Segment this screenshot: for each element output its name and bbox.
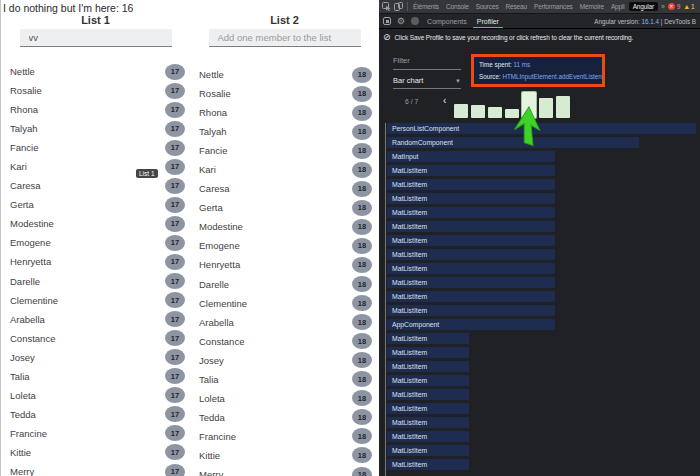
list-item[interactable]: Henryetta 18 xyxy=(190,255,379,274)
component-timing-bar[interactable]: MatListItem xyxy=(387,445,469,456)
list-item[interactable]: Kittie 18 xyxy=(190,446,379,465)
component-timing-bar[interactable]: MatListItem xyxy=(387,291,555,302)
list-item[interactable]: Caresa 18 xyxy=(190,179,379,198)
list-item[interactable]: Rhona 18 xyxy=(190,103,379,122)
list-item[interactable]: Kittie 17 xyxy=(1,443,190,462)
list-item[interactable]: Talyah 17 xyxy=(1,119,190,138)
component-timing-bar[interactable]: MatListItem xyxy=(387,417,469,428)
frame-bar-2[interactable] xyxy=(471,105,485,118)
list-item[interactable]: Tedda 17 xyxy=(1,405,190,424)
list-item[interactable]: Arabella 17 xyxy=(1,310,190,329)
record-slash-icon[interactable]: ⊘ xyxy=(383,33,390,42)
tab-performances[interactable]: Performances xyxy=(533,3,574,10)
list-item[interactable]: Constance 18 xyxy=(190,332,379,351)
device-toolbar-icon[interactable] xyxy=(394,2,403,11)
list-item[interactable]: Loleta 17 xyxy=(1,386,190,405)
tab-profiler[interactable]: Profiler xyxy=(475,18,501,25)
list-item[interactable]: Kari 18 xyxy=(190,160,379,179)
gear-icon[interactable]: ⚙ xyxy=(397,17,405,26)
component-timing-bar[interactable]: MatListItem xyxy=(387,249,555,260)
list-item[interactable]: Nettle 18 xyxy=(190,65,379,84)
list-item[interactable]: Gerta 18 xyxy=(190,198,379,217)
component-timing-bar[interactable]: MatListItem xyxy=(387,193,555,204)
tab-sources[interactable]: Sources xyxy=(475,3,500,10)
more-tabs-chevron[interactable]: » xyxy=(661,3,665,10)
list-item[interactable]: Nettle 17 xyxy=(1,62,190,81)
frame-bar-3[interactable] xyxy=(488,107,502,118)
list-item[interactable]: Clementine 17 xyxy=(1,291,190,310)
list-item[interactable]: Emogene 18 xyxy=(190,236,379,255)
list-item[interactable]: Loleta 18 xyxy=(190,389,379,408)
component-timing-bar[interactable]: MatListItem xyxy=(387,431,469,442)
tab-mémoire[interactable]: Mémoire xyxy=(579,3,605,10)
component-timing-bar[interactable]: MatListItem xyxy=(387,305,555,316)
list2-input[interactable] xyxy=(209,29,361,47)
list-item[interactable]: Gerta 17 xyxy=(1,195,190,214)
list-item[interactable]: Merry 17 xyxy=(1,462,190,476)
list-item[interactable]: Merry 18 xyxy=(190,465,379,476)
list-item[interactable]: Darelle 18 xyxy=(190,275,379,294)
list-item[interactable]: Talia 17 xyxy=(1,367,190,386)
list-item[interactable]: Darelle 17 xyxy=(1,272,190,291)
member-badge: 18 xyxy=(352,467,372,476)
source-value[interactable]: HTMLInputElement.addEventListener:keydow… xyxy=(502,73,605,80)
component-timing-bar[interactable]: MatListItem xyxy=(387,263,555,274)
list-item[interactable]: Francine 18 xyxy=(190,427,379,446)
list-item[interactable]: Rhona 17 xyxy=(1,100,190,119)
tab-components[interactable]: Components xyxy=(425,18,469,25)
inspect-element-icon[interactable] xyxy=(382,2,391,11)
component-timing-bar[interactable]: MatListItem xyxy=(387,207,555,218)
extension-frame-icon[interactable] xyxy=(383,17,391,25)
component-timing-bar[interactable]: MatListItem xyxy=(387,459,469,470)
chevron-down-icon: ▼ xyxy=(455,78,461,84)
component-timing-bar[interactable]: MatListItem xyxy=(387,361,469,372)
list-item[interactable]: Constance 17 xyxy=(1,329,190,348)
angular-version-text: Angular version: 16.1.4 | DevTools B xyxy=(594,18,696,25)
list-scrollbar[interactable] xyxy=(385,123,386,476)
list1-input[interactable] xyxy=(20,29,172,47)
member-name: Fancie xyxy=(10,142,39,153)
filter-input[interactable]: Filter xyxy=(393,56,461,70)
list-item[interactable]: Clementine 18 xyxy=(190,294,379,313)
list-item[interactable]: Arabella 18 xyxy=(190,313,379,332)
console-error-badge[interactable]: ✕ 9 xyxy=(668,3,680,10)
prev-frame-chevron[interactable]: ‹ xyxy=(443,95,446,106)
component-timing-bar[interactable]: MatInput xyxy=(387,151,555,162)
component-timing-bar[interactable]: MatListItem xyxy=(387,179,555,190)
list-item[interactable]: Rosalie 17 xyxy=(1,81,190,100)
tab-réseau[interactable]: Réseau xyxy=(505,3,529,10)
frame-bar-1[interactable] xyxy=(454,104,468,118)
list-item[interactable]: Kari 17 xyxy=(1,157,190,176)
component-timing-bar[interactable]: AppComponent xyxy=(387,319,555,330)
component-timing-bar[interactable]: MatListItem xyxy=(387,333,469,344)
list-item[interactable]: Josey 18 xyxy=(190,351,379,370)
frame-bar-7[interactable] xyxy=(556,96,570,118)
list-item[interactable]: Fancie 17 xyxy=(1,138,190,157)
component-timing-bar[interactable]: MatListItem xyxy=(387,347,469,358)
console-warning-badge[interactable]: ▲ 1 xyxy=(683,3,694,10)
list-item[interactable]: Emogene 17 xyxy=(1,233,190,252)
component-timing-bar[interactable]: MatListItem xyxy=(387,375,469,386)
list-item[interactable]: Josey 17 xyxy=(1,348,190,367)
component-timing-bar[interactable]: MatListItem xyxy=(387,389,469,400)
list-item[interactable]: Caresa 17 xyxy=(1,176,190,195)
tab-angular[interactable]: Angular xyxy=(629,2,658,11)
list-item[interactable]: Tedda 18 xyxy=(190,408,379,427)
list-item[interactable]: Modestine 17 xyxy=(1,214,190,233)
component-timing-bar[interactable]: MatListItem xyxy=(387,277,555,288)
list-item[interactable]: Henryetta 17 xyxy=(1,252,190,271)
tab-appli[interactable]: Appli xyxy=(610,3,626,10)
list-item[interactable]: Rosalie 18 xyxy=(190,84,379,103)
tab-éléments[interactable]: Éléments xyxy=(412,3,440,10)
list-item[interactable]: Francine 17 xyxy=(1,424,190,443)
list-item[interactable]: Modestine 18 xyxy=(190,217,379,236)
component-timing-bar[interactable]: MatListItem xyxy=(387,235,555,246)
component-timing-bar[interactable]: MatListItem xyxy=(387,403,469,414)
tab-console[interactable]: Console xyxy=(445,3,470,10)
component-timing-bar[interactable]: MatListItem xyxy=(387,221,555,232)
chart-type-select[interactable]: Bar chart ▼ xyxy=(393,76,461,89)
component-timing-bar[interactable]: MatListItem xyxy=(387,165,555,176)
list-item[interactable]: Talia 18 xyxy=(190,370,379,389)
list-item[interactable]: Fancie 18 xyxy=(190,141,379,160)
list-item[interactable]: Talyah 18 xyxy=(190,122,379,141)
